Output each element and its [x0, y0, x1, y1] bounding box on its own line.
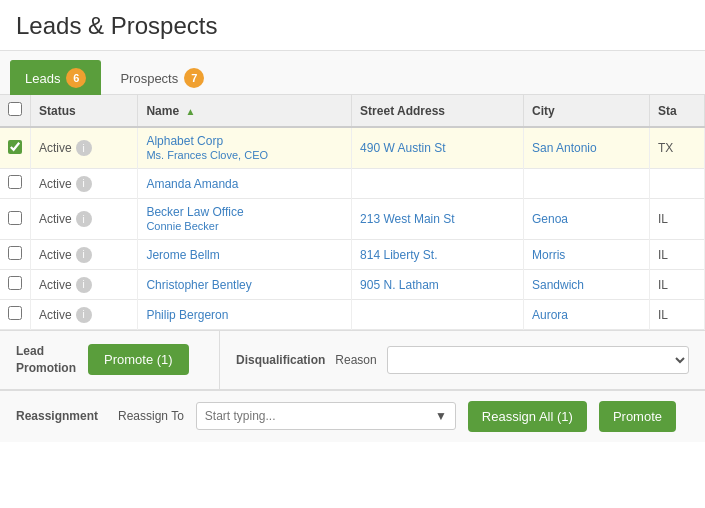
state-text: IL: [658, 308, 668, 322]
table-row: ActiveiAlphabet CorpMs. Frances Clove, C…: [0, 127, 705, 169]
status-text: Active: [39, 248, 72, 262]
row-status: Activei: [31, 270, 138, 300]
status-text: Active: [39, 278, 72, 292]
tab-leads[interactable]: Leads 6: [10, 60, 101, 95]
tab-leads-badge: 6: [66, 68, 86, 88]
col-city: City: [523, 95, 649, 127]
sub-name: Ms. Frances Clove, CEO: [146, 149, 268, 161]
row-city: Sandwich: [523, 270, 649, 300]
status-text: Active: [39, 141, 72, 155]
page-header: Leads & Prospects: [0, 0, 705, 51]
reason-select[interactable]: [387, 346, 689, 374]
status-text: Active: [39, 212, 72, 226]
row-address: 905 N. Latham: [352, 270, 524, 300]
city-link[interactable]: Genoa: [532, 212, 568, 226]
tab-prospects[interactable]: Prospects 7: [105, 60, 219, 95]
info-icon[interactable]: i: [76, 211, 92, 227]
row-state: IL: [649, 300, 704, 330]
info-icon[interactable]: i: [76, 140, 92, 156]
row-checkbox[interactable]: [8, 140, 22, 154]
lead-promotion-panel: LeadPromotion Promote (1): [0, 331, 220, 389]
state-text: TX: [658, 141, 673, 155]
address-link[interactable]: 905 N. Latham: [360, 278, 439, 292]
address-link[interactable]: 490 W Austin St: [360, 141, 445, 155]
select-all-checkbox[interactable]: [8, 102, 22, 116]
row-checkbox-cell: [0, 240, 31, 270]
name-link[interactable]: Philip Bergeron: [146, 308, 228, 322]
col-name[interactable]: Name ▲: [138, 95, 352, 127]
name-link[interactable]: Amanda Amanda: [146, 177, 238, 191]
name-link[interactable]: Jerome Bellm: [146, 248, 219, 262]
col-state: Sta: [649, 95, 704, 127]
row-city: Aurora: [523, 300, 649, 330]
address-link[interactable]: 814 Liberty St.: [360, 248, 437, 262]
row-checkbox[interactable]: [8, 306, 22, 320]
row-checkbox-cell: [0, 199, 31, 240]
page-title: Leads & Prospects: [16, 12, 689, 40]
row-status: Activei: [31, 300, 138, 330]
row-checkbox[interactable]: [8, 175, 22, 189]
sub-name: Connie Becker: [146, 220, 218, 232]
reassign-to-label: Reassign To: [118, 409, 184, 423]
row-status: Activei: [31, 199, 138, 240]
reassign-promote-button[interactable]: Promote: [599, 401, 676, 432]
tab-prospects-label: Prospects: [120, 71, 178, 86]
row-address: 490 W Austin St: [352, 127, 524, 169]
state-text: IL: [658, 212, 668, 226]
row-checkbox[interactable]: [8, 246, 22, 260]
row-name: Jerome Bellm: [138, 240, 352, 270]
city-link[interactable]: Sandwich: [532, 278, 584, 292]
row-state: IL: [649, 240, 704, 270]
name-link[interactable]: Becker Law Office: [146, 205, 243, 219]
row-checkbox[interactable]: [8, 211, 22, 225]
reason-label: Reason: [335, 353, 376, 367]
leads-table: Status Name ▲ Street Address City Sta Ac…: [0, 95, 705, 330]
row-city: Morris: [523, 240, 649, 270]
reassign-to-input[interactable]: [197, 403, 427, 429]
row-state: TX: [649, 127, 704, 169]
name-link[interactable]: Christopher Bentley: [146, 278, 251, 292]
table-header-row: Status Name ▲ Street Address City Sta: [0, 95, 705, 127]
table-row: ActiveiPhilip BergeronAuroraIL: [0, 300, 705, 330]
reassign-all-button[interactable]: Reassign All (1): [468, 401, 587, 432]
city-link[interactable]: Aurora: [532, 308, 568, 322]
promote-button[interactable]: Promote (1): [88, 344, 189, 375]
row-state: IL: [649, 199, 704, 240]
row-status: Activei: [31, 169, 138, 199]
row-city: [523, 169, 649, 199]
col-status: Status: [31, 95, 138, 127]
address-link[interactable]: 213 West Main St: [360, 212, 455, 226]
status-text: Active: [39, 177, 72, 191]
table-row: ActiveiBecker Law OfficeConnie Becker213…: [0, 199, 705, 240]
status-text: Active: [39, 308, 72, 322]
city-link[interactable]: San Antonio: [532, 141, 597, 155]
row-name: Alphabet CorpMs. Frances Clove, CEO: [138, 127, 352, 169]
reassignment-panel: Reassignment Reassign To ▼ Reassign All …: [0, 390, 705, 442]
reassign-dropdown-arrow-icon[interactable]: ▼: [427, 409, 455, 423]
row-address: 814 Liberty St.: [352, 240, 524, 270]
row-checkbox-cell: [0, 169, 31, 199]
row-state: [649, 169, 704, 199]
row-status: Activei: [31, 127, 138, 169]
row-checkbox-cell: [0, 270, 31, 300]
city-link[interactable]: Morris: [532, 248, 565, 262]
disqualification-label: Disqualification: [236, 353, 325, 367]
row-checkbox[interactable]: [8, 276, 22, 290]
leads-table-container: Status Name ▲ Street Address City Sta Ac…: [0, 95, 705, 331]
row-city: Genoa: [523, 199, 649, 240]
row-status: Activei: [31, 240, 138, 270]
row-address: 213 West Main St: [352, 199, 524, 240]
info-icon[interactable]: i: [76, 247, 92, 263]
reassign-input-wrap: ▼: [196, 402, 456, 430]
row-name: Philip Bergeron: [138, 300, 352, 330]
tab-prospects-badge: 7: [184, 68, 204, 88]
info-icon[interactable]: i: [76, 176, 92, 192]
lead-promotion-label: LeadPromotion: [16, 343, 76, 377]
row-name: Christopher Bentley: [138, 270, 352, 300]
info-icon[interactable]: i: [76, 277, 92, 293]
info-icon[interactable]: i: [76, 307, 92, 323]
table-row: ActiveiJerome Bellm814 Liberty St.Morris…: [0, 240, 705, 270]
name-link[interactable]: Alphabet Corp: [146, 134, 223, 148]
sort-arrow-icon: ▲: [185, 106, 195, 117]
table-row: ActiveiAmanda Amanda: [0, 169, 705, 199]
